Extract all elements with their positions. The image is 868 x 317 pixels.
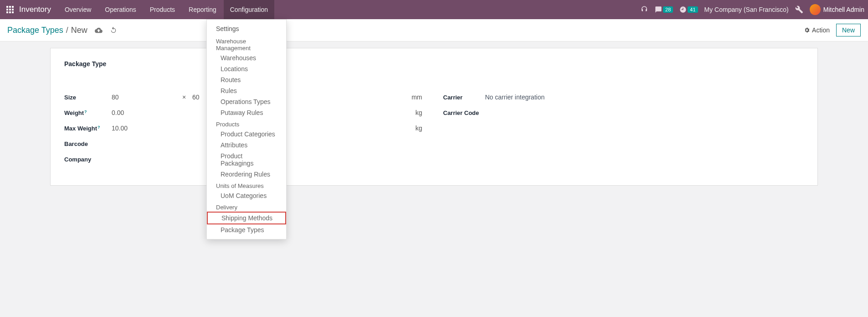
messages-badge: 28 bbox=[663, 6, 673, 13]
nav-right: 28 41 My Company (San Francisco) Mitchel… bbox=[640, 4, 864, 15]
configuration-dropdown: Settings Warehouse Management Warehouses… bbox=[206, 19, 287, 239]
dd-putaway-rules[interactable]: Putaway Rules bbox=[207, 107, 286, 118]
top-navbar: Inventory Overview Operations Products R… bbox=[0, 0, 868, 19]
maxw-unit: kg bbox=[416, 125, 425, 132]
size-width[interactable]: 60 bbox=[192, 94, 200, 101]
phone-icon[interactable] bbox=[640, 5, 648, 14]
svg-rect-6 bbox=[6, 11, 8, 13]
field-carrier: Carrier No carrier integration bbox=[443, 89, 804, 105]
dd-operation-types[interactable]: Operations Types bbox=[207, 96, 286, 107]
maxw-label: Max Weight? bbox=[64, 125, 112, 132]
breadcrumb-root[interactable]: Package Types bbox=[7, 26, 63, 35]
carrier-value[interactable]: No carrier integration bbox=[485, 94, 545, 101]
breadcrumb-sep: / bbox=[66, 26, 68, 35]
dd-warehouses[interactable]: Warehouses bbox=[207, 52, 286, 63]
control-bar: Package Types / New Action New bbox=[0, 19, 868, 42]
svg-rect-7 bbox=[9, 11, 11, 13]
form-grid: Size 80 × 60 mm Weight? 0.00 kg Max Weig… bbox=[64, 89, 804, 167]
nav-configuration[interactable]: Configuration bbox=[224, 0, 274, 19]
form-sheet: Package Type Size 80 × 60 mm Weight? 0.0… bbox=[50, 48, 818, 186]
dd-attributes[interactable]: Attributes bbox=[207, 140, 286, 151]
dd-routes[interactable]: Routes bbox=[207, 74, 286, 85]
new-button[interactable]: New bbox=[836, 24, 861, 36]
size-cross: × bbox=[182, 94, 192, 101]
nav-operations[interactable]: Operations bbox=[98, 0, 142, 19]
dd-h-products: Products bbox=[207, 118, 286, 129]
weight-value[interactable]: 0.00 bbox=[112, 109, 124, 116]
svg-rect-3 bbox=[6, 9, 8, 10]
svg-rect-5 bbox=[12, 9, 14, 10]
svg-rect-4 bbox=[9, 9, 11, 10]
control-right: Action New bbox=[804, 24, 861, 36]
dd-h-delivery: Delivery bbox=[207, 201, 286, 212]
user-name: Mitchell Admin bbox=[823, 6, 864, 13]
apps-icon[interactable] bbox=[4, 3, 16, 16]
dd-shipping-methods[interactable]: Shipping Methods bbox=[207, 212, 286, 224]
user-menu[interactable]: Mitchell Admin bbox=[810, 4, 864, 15]
carrier-label: Carrier bbox=[443, 94, 485, 101]
breadcrumb-icons bbox=[95, 26, 117, 34]
breadcrumb-current: New bbox=[71, 26, 87, 35]
dd-locations[interactable]: Locations bbox=[207, 63, 286, 74]
dd-product-packagings[interactable]: Product Packagings bbox=[207, 151, 286, 169]
discard-icon[interactable] bbox=[110, 26, 117, 34]
size-unit: mm bbox=[411, 94, 425, 101]
activities-badge: 41 bbox=[688, 6, 698, 13]
content: Package Type Size 80 × 60 mm Weight? 0.0… bbox=[0, 42, 868, 317]
dd-uom-categories[interactable]: UoM Categories bbox=[207, 190, 286, 201]
save-cloud-icon[interactable] bbox=[95, 26, 103, 34]
breadcrumb: Package Types / New bbox=[7, 26, 87, 35]
nav-overview[interactable]: Overview bbox=[58, 0, 98, 19]
carrier-code-label: Carrier Code bbox=[443, 109, 485, 116]
svg-rect-8 bbox=[12, 11, 14, 13]
dd-reordering-rules[interactable]: Reordering Rules bbox=[207, 169, 286, 180]
package-type-label: Package Type bbox=[64, 60, 804, 68]
maxw-value[interactable]: 10.00 bbox=[112, 125, 128, 132]
activities-icon[interactable]: 41 bbox=[679, 6, 698, 13]
svg-rect-2 bbox=[12, 6, 14, 8]
size-label: Size bbox=[64, 94, 112, 101]
company-selector[interactable]: My Company (San Francisco) bbox=[704, 6, 789, 13]
col-right: Carrier No carrier integration Carrier C… bbox=[443, 89, 804, 167]
size-length[interactable]: 80 bbox=[112, 94, 182, 101]
dd-rules[interactable]: Rules bbox=[207, 85, 286, 96]
action-menu[interactable]: Action bbox=[804, 26, 830, 34]
weight-unit: kg bbox=[416, 109, 425, 116]
dd-package-types[interactable]: Package Types bbox=[207, 224, 286, 235]
messages-icon[interactable]: 28 bbox=[655, 6, 673, 13]
svg-rect-0 bbox=[6, 6, 8, 8]
dd-h-uom: Units of Measures bbox=[207, 180, 286, 190]
nav-reporting[interactable]: Reporting bbox=[182, 0, 223, 19]
weight-label: Weight? bbox=[64, 109, 112, 116]
action-label: Action bbox=[812, 26, 830, 34]
debug-icon[interactable] bbox=[795, 5, 803, 14]
avatar bbox=[810, 4, 821, 15]
brand[interactable]: Inventory bbox=[19, 5, 51, 14]
dd-product-categories[interactable]: Product Categories bbox=[207, 129, 286, 140]
company-label: Company bbox=[64, 156, 112, 163]
nav-products[interactable]: Products bbox=[144, 0, 181, 19]
dd-settings[interactable]: Settings bbox=[207, 22, 286, 35]
field-carrier-code: Carrier Code bbox=[443, 105, 804, 120]
dd-h-warehouse: Warehouse Management bbox=[207, 35, 286, 52]
nav-left: Inventory Overview Operations Products R… bbox=[4, 0, 274, 19]
svg-rect-1 bbox=[9, 6, 11, 8]
barcode-label: Barcode bbox=[64, 140, 112, 147]
